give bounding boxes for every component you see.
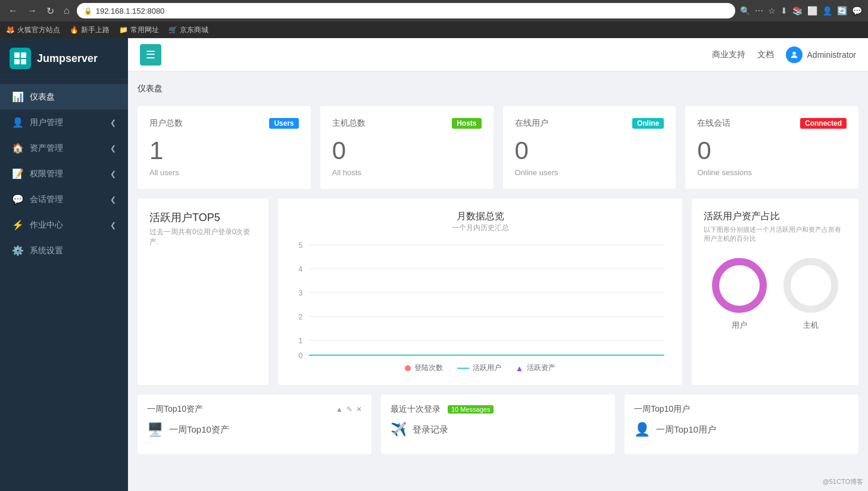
stat-label: All hosts bbox=[332, 168, 482, 177]
browser-actions: 🔍 ⋯ ☆ bbox=[740, 6, 776, 15]
expand-icon[interactable]: ▲ bbox=[336, 405, 343, 414]
breadcrumb: 仪表盘 bbox=[138, 81, 858, 97]
pie-users: 用户 bbox=[710, 256, 769, 331]
home-button[interactable]: ⌂ bbox=[61, 4, 72, 17]
hosts-pie-svg bbox=[781, 256, 841, 315]
online-badge: Online bbox=[632, 118, 664, 129]
sync-icon[interactable]: 🔄 bbox=[837, 6, 847, 15]
download-icon[interactable]: ⬇ bbox=[780, 6, 788, 15]
docs-link[interactable]: 文档 bbox=[757, 49, 774, 60]
stat-card-header: 在线用户 Online bbox=[515, 118, 664, 129]
pie-panel-title: 活跃用户资产占比 bbox=[704, 210, 847, 223]
sidebar-item-label: 权限管理 bbox=[30, 169, 63, 179]
sidebar-item-dashboard[interactable]: 📊 仪表盘 bbox=[0, 84, 128, 110]
dashboard-icon: 📊 bbox=[12, 91, 24, 102]
chat-icon[interactable]: 💬 bbox=[852, 6, 862, 15]
profile-icon[interactable]: 👤 bbox=[822, 6, 832, 15]
sidebar-item-users[interactable]: 👤 用户管理 ❮ bbox=[0, 110, 128, 135]
edit-icon[interactable]: ✎ bbox=[346, 405, 352, 414]
sidebar-item-assets[interactable]: 🏠 资产管理 ❮ bbox=[0, 135, 128, 161]
lock-icon: 🔒 bbox=[84, 7, 92, 15]
fire-icon: 🔥 bbox=[70, 26, 79, 34]
stat-number: 0 bbox=[515, 138, 664, 163]
panel-title-logins: 最近十次登录 10 Messages bbox=[391, 404, 494, 415]
users-pie-svg bbox=[710, 256, 769, 315]
bookmark-foxfire[interactable]: 🦊 火狐官方站点 bbox=[6, 25, 60, 35]
middle-section: 活跃用户TOP5 过去一周共有0位用户登录0次资产. 月数据总览 一个月内历史汇… bbox=[138, 198, 858, 385]
panel-content-text: 一周Top10用户 bbox=[656, 424, 716, 436]
bottom-panel-header: 一周Top10资产 ▲ ✎ ✕ bbox=[147, 404, 362, 415]
legend-active-assets-label: 活跃资产 bbox=[527, 363, 555, 373]
chart-subtitle: 一个月内历史汇总 bbox=[290, 223, 670, 233]
tab-icon[interactable]: ⬜ bbox=[807, 6, 817, 15]
hamburger-button[interactable]: ☰ bbox=[140, 44, 161, 66]
svg-rect-3 bbox=[21, 59, 26, 64]
login-icon: ✈️ bbox=[391, 422, 407, 437]
pie-panel-subtitle: 以下图形分别描述一个月活跃用户和资产占所有用户主机的百分比 bbox=[704, 225, 847, 244]
chevron-right-icon: ❮ bbox=[110, 144, 116, 153]
back-button[interactable]: ← bbox=[6, 4, 20, 17]
stat-card-online: 在线用户 Online 0 Online users bbox=[503, 106, 676, 189]
stat-card-header: 主机总数 Hosts bbox=[332, 118, 482, 129]
app-container: Jumpserver 📊 仪表盘 👤 用户管理 ❮ 🏠 资产管理 bbox=[0, 38, 868, 491]
bottom-panel-header: 最近十次登录 10 Messages bbox=[391, 404, 605, 415]
settings-icon: ⚙️ bbox=[12, 245, 24, 256]
chart-title: 月数据总览 bbox=[290, 210, 670, 223]
sidebar-item-settings[interactable]: ⚙️ 系统设置 bbox=[0, 238, 128, 263]
library-icon[interactable]: 📚 bbox=[792, 6, 803, 15]
chart-area: 5 4 3 2 1 0 bbox=[290, 239, 670, 358]
panel-content-text: 一周Top10资产 bbox=[169, 424, 229, 436]
active-users-line bbox=[457, 368, 469, 369]
url-text: 192.168.1.152:8080 bbox=[96, 7, 165, 15]
close-icon[interactable]: ✕ bbox=[356, 405, 362, 414]
star-icon[interactable]: ☆ bbox=[768, 6, 776, 15]
sidebar-item-permissions[interactable]: 📝 权限管理 ❮ bbox=[0, 161, 128, 187]
svg-rect-2 bbox=[14, 59, 20, 64]
stat-title: 在线用户 bbox=[515, 118, 548, 129]
fox-icon: 🦊 bbox=[6, 26, 15, 34]
menu-icon[interactable]: ⋯ bbox=[755, 6, 763, 15]
url-bar[interactable]: 🔒 192.168.1.152:8080 bbox=[77, 3, 735, 18]
business-support-link[interactable]: 商业支持 bbox=[712, 49, 745, 60]
stat-title: 主机总数 bbox=[332, 118, 366, 129]
sidebar-item-sessions[interactable]: 💬 会话管理 ❮ bbox=[0, 187, 128, 212]
bookmark-label: 京东商城 bbox=[180, 25, 208, 35]
bookmark-newuser[interactable]: 🔥 新手上路 bbox=[70, 25, 110, 35]
panel-content-assets: 🖥️ 一周Top10资产 bbox=[147, 422, 362, 437]
user-menu[interactable]: Administrator bbox=[786, 46, 856, 63]
messages-badge: 10 Messages bbox=[448, 405, 494, 414]
sidebar-item-jobs[interactable]: ⚡ 作业中心 ❮ bbox=[0, 212, 128, 238]
sessions-icon: 💬 bbox=[12, 194, 24, 205]
svg-text:0: 0 bbox=[307, 358, 311, 358]
svg-text:3: 3 bbox=[298, 289, 302, 297]
refresh-button[interactable]: ↻ bbox=[44, 4, 57, 18]
search-icon[interactable]: 🔍 bbox=[740, 6, 750, 15]
watermark: @51CTO博客 bbox=[823, 477, 863, 486]
panel-content-text: 登录记录 bbox=[413, 424, 448, 436]
sidebar-menu: 📊 仪表盘 👤 用户管理 ❮ 🏠 资产管理 ❮ � bbox=[0, 79, 128, 491]
chevron-right-icon: ❮ bbox=[110, 170, 116, 178]
sidebar-item-left: 📝 权限管理 bbox=[12, 168, 63, 179]
svg-text:5: 5 bbox=[298, 241, 302, 250]
bookmark-jd[interactable]: 🛒 京东商城 bbox=[168, 25, 208, 35]
bookmark-common[interactable]: 📁 常用网址 bbox=[119, 25, 159, 35]
stat-card-header: 用户总数 Users bbox=[149, 118, 299, 129]
top-users-panel-title-text: 一周Top10用户 bbox=[634, 404, 690, 415]
panel-content-top-users: 👤 一周Top10用户 bbox=[634, 422, 849, 437]
stat-card-header: 在线会话 Connected bbox=[697, 118, 847, 129]
sidebar-item-label: 作业中心 bbox=[30, 220, 63, 231]
svg-rect-1 bbox=[21, 52, 26, 58]
panel-title-top-users: 一周Top10用户 bbox=[634, 404, 690, 415]
active-users-panel: 活跃用户TOP5 过去一周共有0位用户登录0次资产. bbox=[138, 198, 268, 385]
bottom-panel-top-users: 一周Top10用户 👤 一周Top10用户 bbox=[625, 394, 858, 454]
stat-title: 在线会话 bbox=[697, 118, 730, 129]
logins-panel-title-text: 最近十次登录 bbox=[391, 404, 441, 415]
permissions-icon: 📝 bbox=[12, 168, 24, 179]
chart-svg: 5 4 3 2 1 0 bbox=[290, 239, 670, 358]
pie-hosts-label: 主机 bbox=[803, 320, 819, 331]
connected-badge: Connected bbox=[800, 118, 847, 129]
users-badge: Users bbox=[269, 118, 298, 129]
svg-text:1: 1 bbox=[298, 337, 302, 345]
svg-text:0: 0 bbox=[298, 352, 302, 358]
forward-button[interactable]: → bbox=[25, 4, 39, 17]
